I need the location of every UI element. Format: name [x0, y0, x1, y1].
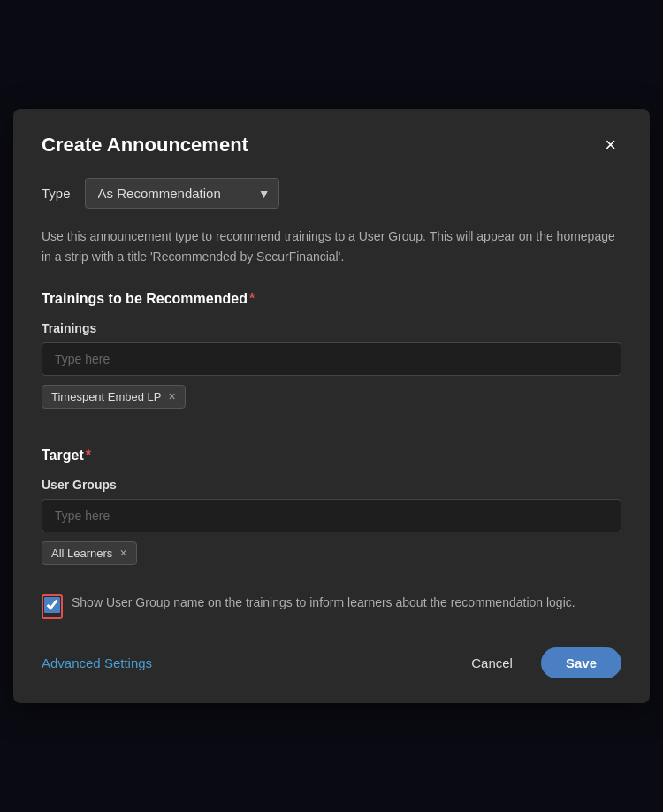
- type-label: Type: [42, 186, 71, 201]
- trainings-section-title: Trainings to be Recommended*: [42, 291, 621, 307]
- trainings-tag-label: Timespent Embed LP: [51, 390, 162, 403]
- type-row: Type As Recommendation As Notification A…: [42, 178, 621, 209]
- user-groups-label: User Groups: [42, 478, 621, 492]
- user-groups-tag-label: All Learners: [51, 547, 112, 560]
- description-text: Use this announcement type to recommend …: [42, 226, 621, 266]
- required-star: *: [249, 291, 255, 306]
- checkbox-label: Show User Group name on the trainings to…: [72, 594, 575, 612]
- trainings-tag: Timespent Embed LP ×: [42, 385, 186, 409]
- target-section: Target* User Groups All Learners ×: [42, 448, 621, 579]
- trainings-section: Trainings to be Recommended* Trainings T…: [42, 291, 621, 423]
- user-groups-tag-remove[interactable]: ×: [119, 547, 126, 559]
- modal-header: Create Announcement ×: [42, 134, 621, 157]
- trainings-tag-remove[interactable]: ×: [169, 390, 176, 402]
- close-button[interactable]: ×: [599, 134, 621, 157]
- type-select[interactable]: As Recommendation As Notification As Ban…: [85, 178, 279, 209]
- show-user-group-checkbox[interactable]: [44, 597, 60, 613]
- modal-dialog: Create Announcement × Type As Recommenda…: [13, 109, 650, 703]
- modal-footer: Advanced Settings Cancel Save: [42, 647, 621, 678]
- trainings-field-label: Trainings: [42, 321, 621, 335]
- cancel-button[interactable]: Cancel: [453, 647, 530, 678]
- modal-overlay: Create Announcement × Type As Recommenda…: [0, 0, 663, 812]
- user-groups-tag: All Learners ×: [42, 541, 137, 565]
- type-select-wrapper: As Recommendation As Notification As Ban…: [85, 178, 279, 209]
- target-section-title: Target*: [42, 448, 621, 463]
- user-groups-input[interactable]: [42, 499, 621, 532]
- modal-title: Create Announcement: [42, 134, 248, 157]
- target-required-star: *: [86, 448, 91, 463]
- advanced-settings-link[interactable]: Advanced Settings: [42, 655, 152, 670]
- trainings-input[interactable]: [42, 342, 621, 376]
- checkbox-row: Show User Group name on the trainings to…: [42, 594, 621, 619]
- footer-buttons: Cancel Save: [453, 647, 621, 678]
- save-button[interactable]: Save: [541, 647, 621, 678]
- checkbox-wrapper: [42, 594, 63, 619]
